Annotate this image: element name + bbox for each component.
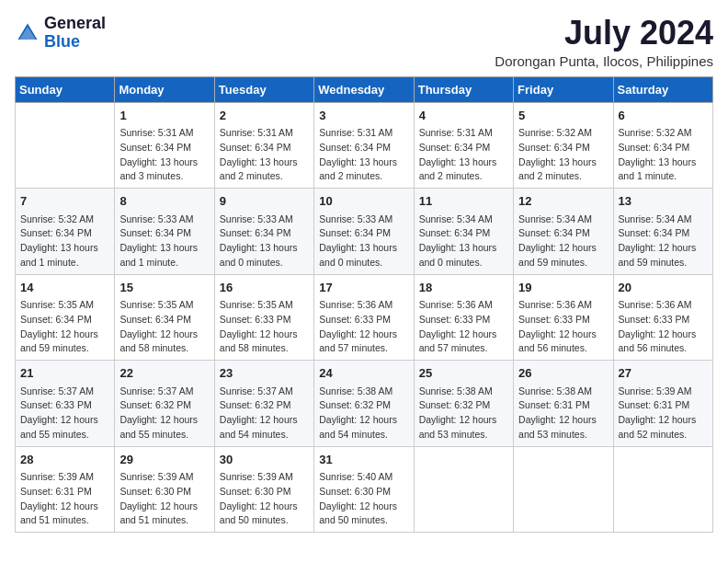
calendar-cell: 7Sunrise: 5:32 AM Sunset: 6:34 PM Daylig… bbox=[16, 189, 115, 275]
day-info: Sunrise: 5:32 AM Sunset: 6:34 PM Dayligh… bbox=[518, 126, 608, 184]
calendar-cell bbox=[16, 102, 115, 189]
day-number: 16 bbox=[220, 279, 309, 297]
day-number: 28 bbox=[20, 451, 109, 469]
location: Dorongan Punta, Ilocos, Philippines bbox=[495, 53, 713, 69]
calendar-cell: 1Sunrise: 5:31 AM Sunset: 6:34 PM Daylig… bbox=[115, 102, 214, 189]
day-number: 7 bbox=[20, 192, 109, 211]
day-number: 30 bbox=[220, 451, 309, 469]
day-number: 26 bbox=[518, 364, 608, 383]
calendar-cell: 18Sunrise: 5:36 AM Sunset: 6:33 PM Dayli… bbox=[414, 274, 513, 361]
calendar-cell: 6Sunrise: 5:32 AM Sunset: 6:34 PM Daylig… bbox=[613, 102, 712, 189]
calendar-cell: 15Sunrise: 5:35 AM Sunset: 6:34 PM Dayli… bbox=[115, 274, 214, 361]
calendar-cell: 4Sunrise: 5:31 AM Sunset: 6:34 PM Daylig… bbox=[414, 102, 513, 189]
day-number: 12 bbox=[518, 192, 608, 211]
day-number: 4 bbox=[419, 107, 508, 125]
day-info: Sunrise: 5:36 AM Sunset: 6:33 PM Dayligh… bbox=[619, 298, 708, 356]
header-cell-friday: Friday bbox=[514, 76, 613, 102]
day-info: Sunrise: 5:37 AM Sunset: 6:32 PM Dayligh… bbox=[119, 385, 209, 442]
day-info: Sunrise: 5:32 AM Sunset: 6:34 PM Dayligh… bbox=[619, 126, 708, 184]
day-number: 27 bbox=[619, 364, 708, 383]
day-info: Sunrise: 5:34 AM Sunset: 6:34 PM Dayligh… bbox=[518, 213, 608, 270]
day-info: Sunrise: 5:35 AM Sunset: 6:34 PM Dayligh… bbox=[20, 298, 109, 356]
calendar-cell: 30Sunrise: 5:39 AM Sunset: 6:30 PM Dayli… bbox=[214, 446, 313, 533]
day-number: 23 bbox=[220, 364, 309, 383]
calendar-cell: 13Sunrise: 5:34 AM Sunset: 6:34 PM Dayli… bbox=[613, 189, 712, 275]
day-info: Sunrise: 5:34 AM Sunset: 6:34 PM Dayligh… bbox=[419, 213, 508, 270]
day-number: 6 bbox=[619, 107, 708, 125]
calendar-cell: 21Sunrise: 5:37 AM Sunset: 6:33 PM Dayli… bbox=[16, 361, 115, 447]
logo-icon bbox=[15, 20, 40, 46]
calendar-cell: 28Sunrise: 5:39 AM Sunset: 6:31 PM Dayli… bbox=[16, 446, 115, 533]
day-info: Sunrise: 5:32 AM Sunset: 6:34 PM Dayligh… bbox=[20, 213, 109, 270]
week-row-4: 21Sunrise: 5:37 AM Sunset: 6:33 PM Dayli… bbox=[16, 361, 713, 447]
logo-text: General Blue bbox=[44, 15, 106, 52]
day-number: 25 bbox=[419, 364, 508, 383]
day-info: Sunrise: 5:36 AM Sunset: 6:33 PM Dayligh… bbox=[319, 298, 408, 356]
day-number: 13 bbox=[619, 192, 708, 211]
header-cell-sunday: Sunday bbox=[16, 76, 115, 102]
calendar-cell: 9Sunrise: 5:33 AM Sunset: 6:34 PM Daylig… bbox=[214, 189, 313, 275]
day-info: Sunrise: 5:36 AM Sunset: 6:33 PM Dayligh… bbox=[419, 298, 508, 356]
calendar-table: SundayMondayTuesdayWednesdayThursdayFrid… bbox=[15, 76, 713, 534]
logo-blue: Blue bbox=[44, 33, 106, 52]
day-info: Sunrise: 5:37 AM Sunset: 6:33 PM Dayligh… bbox=[20, 385, 109, 442]
calendar-cell bbox=[414, 446, 513, 533]
day-info: Sunrise: 5:31 AM Sunset: 6:34 PM Dayligh… bbox=[119, 126, 209, 184]
calendar-cell: 31Sunrise: 5:40 AM Sunset: 6:30 PM Dayli… bbox=[314, 446, 414, 533]
calendar-cell: 3Sunrise: 5:31 AM Sunset: 6:34 PM Daylig… bbox=[314, 102, 414, 189]
day-number: 14 bbox=[20, 279, 109, 297]
day-info: Sunrise: 5:31 AM Sunset: 6:34 PM Dayligh… bbox=[319, 126, 408, 184]
header-cell-monday: Monday bbox=[115, 76, 214, 102]
day-info: Sunrise: 5:38 AM Sunset: 6:32 PM Dayligh… bbox=[419, 385, 508, 442]
calendar-cell: 11Sunrise: 5:34 AM Sunset: 6:34 PM Dayli… bbox=[414, 189, 513, 275]
calendar-cell: 23Sunrise: 5:37 AM Sunset: 6:32 PM Dayli… bbox=[214, 361, 313, 447]
calendar-cell: 26Sunrise: 5:38 AM Sunset: 6:31 PM Dayli… bbox=[514, 361, 613, 447]
logo-general: General bbox=[44, 15, 106, 33]
day-info: Sunrise: 5:35 AM Sunset: 6:33 PM Dayligh… bbox=[220, 298, 309, 356]
day-number: 21 bbox=[20, 364, 109, 383]
day-number: 5 bbox=[518, 107, 608, 125]
day-info: Sunrise: 5:33 AM Sunset: 6:34 PM Dayligh… bbox=[220, 213, 309, 270]
day-info: Sunrise: 5:35 AM Sunset: 6:34 PM Dayligh… bbox=[119, 298, 209, 356]
day-info: Sunrise: 5:33 AM Sunset: 6:34 PM Dayligh… bbox=[319, 213, 408, 270]
calendar-cell: 5Sunrise: 5:32 AM Sunset: 6:34 PM Daylig… bbox=[514, 102, 613, 189]
day-number: 15 bbox=[119, 279, 209, 297]
title-block: July 2024 Dorongan Punta, Ilocos, Philip… bbox=[495, 15, 713, 69]
calendar-cell bbox=[613, 446, 712, 533]
day-number: 20 bbox=[619, 279, 708, 297]
header-cell-thursday: Thursday bbox=[414, 76, 513, 102]
calendar-cell: 10Sunrise: 5:33 AM Sunset: 6:34 PM Dayli… bbox=[314, 189, 414, 275]
day-info: Sunrise: 5:38 AM Sunset: 6:31 PM Dayligh… bbox=[518, 385, 608, 442]
day-info: Sunrise: 5:39 AM Sunset: 6:30 PM Dayligh… bbox=[220, 470, 309, 528]
header-cell-tuesday: Tuesday bbox=[214, 76, 313, 102]
day-number: 19 bbox=[518, 279, 608, 297]
day-info: Sunrise: 5:39 AM Sunset: 6:31 PM Dayligh… bbox=[619, 385, 708, 442]
calendar-cell: 2Sunrise: 5:31 AM Sunset: 6:34 PM Daylig… bbox=[214, 102, 313, 189]
day-info: Sunrise: 5:31 AM Sunset: 6:34 PM Dayligh… bbox=[419, 126, 508, 184]
day-number: 9 bbox=[220, 192, 309, 211]
calendar-cell: 17Sunrise: 5:36 AM Sunset: 6:33 PM Dayli… bbox=[314, 274, 414, 361]
day-info: Sunrise: 5:40 AM Sunset: 6:30 PM Dayligh… bbox=[319, 470, 408, 528]
calendar-cell: 19Sunrise: 5:36 AM Sunset: 6:33 PM Dayli… bbox=[514, 274, 613, 361]
logo: General Blue bbox=[15, 15, 106, 52]
day-number: 18 bbox=[419, 279, 508, 297]
header-cell-wednesday: Wednesday bbox=[314, 76, 414, 102]
page-header: General Blue July 2024 Dorongan Punta, I… bbox=[15, 15, 713, 69]
day-info: Sunrise: 5:34 AM Sunset: 6:34 PM Dayligh… bbox=[619, 213, 708, 270]
day-info: Sunrise: 5:36 AM Sunset: 6:33 PM Dayligh… bbox=[518, 298, 608, 356]
day-number: 29 bbox=[119, 451, 209, 469]
day-number: 22 bbox=[119, 364, 209, 383]
day-number: 2 bbox=[220, 107, 309, 125]
day-number: 8 bbox=[119, 192, 209, 211]
calendar-cell: 8Sunrise: 5:33 AM Sunset: 6:34 PM Daylig… bbox=[115, 189, 214, 275]
header-row: SundayMondayTuesdayWednesdayThursdayFrid… bbox=[16, 76, 713, 102]
week-row-5: 28Sunrise: 5:39 AM Sunset: 6:31 PM Dayli… bbox=[16, 446, 713, 533]
day-info: Sunrise: 5:33 AM Sunset: 6:34 PM Dayligh… bbox=[119, 213, 209, 270]
calendar-cell: 29Sunrise: 5:39 AM Sunset: 6:30 PM Dayli… bbox=[115, 446, 214, 533]
week-row-1: 1Sunrise: 5:31 AM Sunset: 6:34 PM Daylig… bbox=[16, 102, 713, 189]
calendar-cell: 16Sunrise: 5:35 AM Sunset: 6:33 PM Dayli… bbox=[214, 274, 313, 361]
day-info: Sunrise: 5:38 AM Sunset: 6:32 PM Dayligh… bbox=[319, 385, 408, 442]
day-number: 17 bbox=[319, 279, 408, 297]
day-number: 10 bbox=[319, 192, 408, 211]
day-number: 3 bbox=[319, 107, 408, 125]
